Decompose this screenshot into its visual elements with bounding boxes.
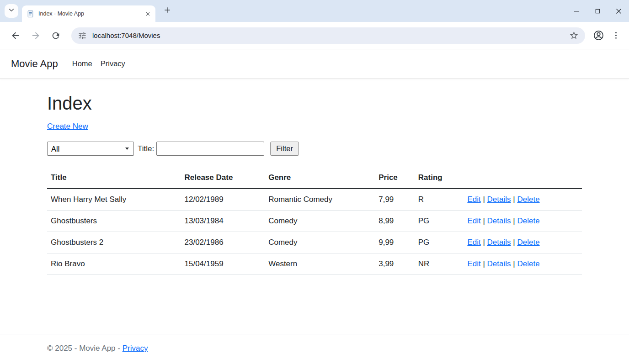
maximize-button[interactable] <box>587 0 608 22</box>
details-link[interactable]: Details <box>487 195 511 204</box>
browser-window: Index - Movie App <box>0 0 629 49</box>
page-favicon-icon <box>27 10 34 18</box>
cell-genre: Western <box>265 253 375 275</box>
header-genre: Genre <box>265 169 375 189</box>
delete-link[interactable]: Delete <box>517 259 539 268</box>
action-separator: | <box>513 216 515 225</box>
cell-rating: R <box>415 189 464 211</box>
cell-title: Ghostbusters 2 <box>47 232 181 253</box>
address-bar[interactable]: localhost:7048/Movies <box>71 27 585 44</box>
genre-select-wrap: All <box>47 142 134 156</box>
header-release-date: Release Date <box>181 169 265 189</box>
cell-genre: Romantic Comedy <box>265 189 375 211</box>
cell-release-date: 23/02/1986 <box>181 232 265 253</box>
header-actions <box>464 169 582 189</box>
cell-price: 7,99 <box>375 189 415 211</box>
table-row: Rio Bravo 15/04/1959 Western 3,99 NR Edi… <box>47 253 582 275</box>
details-link[interactable]: Details <box>487 216 511 225</box>
cell-title: When Harry Met Sally <box>47 189 181 211</box>
cell-title: Ghostbusters <box>47 211 181 232</box>
bookmark-star-icon[interactable] <box>569 31 579 40</box>
row-actions: Edit | Details | Delete <box>464 253 582 275</box>
tab-search-button[interactable] <box>5 4 18 18</box>
movies-table: Title Release Date Genre Price Rating Wh… <box>47 169 582 275</box>
cell-rating: NR <box>415 253 464 275</box>
cell-title: Rio Bravo <box>47 253 181 275</box>
plus-icon <box>163 6 171 16</box>
action-separator: | <box>483 259 485 268</box>
tab-close-icon[interactable] <box>144 10 152 18</box>
edit-link[interactable]: Edit <box>467 195 480 204</box>
cell-rating: PG <box>415 232 464 253</box>
filter-form: All Title: Filter <box>47 142 582 156</box>
chevron-down-icon <box>7 6 16 16</box>
cell-release-date: 15/04/1959 <box>181 253 265 275</box>
action-separator: | <box>483 238 485 247</box>
web-page: Movie App Home Privacy Index Create New … <box>0 49 629 364</box>
toolbar-right-controls <box>590 27 624 44</box>
table-header-row: Title Release Date Genre Price Rating <box>47 169 582 189</box>
forward-button[interactable] <box>27 26 45 45</box>
action-separator: | <box>513 195 515 204</box>
close-window-button[interactable] <box>608 0 629 22</box>
header-price: Price <box>375 169 415 189</box>
page-main: Index Create New All Title: Filter <box>0 79 629 334</box>
table-row: Ghostbusters 13/03/1984 Comedy 8,99 PG E… <box>47 211 582 232</box>
site-navbar: Movie App Home Privacy <box>0 49 629 79</box>
tab-title: Index - Movie App <box>38 11 144 17</box>
details-link[interactable]: Details <box>487 259 511 268</box>
title-filter-input[interactable] <box>156 142 264 156</box>
cell-release-date: 13/03/1984 <box>181 211 265 232</box>
cell-price: 8,99 <box>375 211 415 232</box>
table-row: When Harry Met Sally 12/02/1989 Romantic… <box>47 189 582 211</box>
footer-privacy-link[interactable]: Privacy <box>123 344 148 353</box>
row-actions: Edit | Details | Delete <box>464 189 582 211</box>
action-separator: | <box>513 238 515 247</box>
navbar-brand[interactable]: Movie App <box>11 58 58 70</box>
reload-button[interactable] <box>47 26 65 45</box>
cell-genre: Comedy <box>265 211 375 232</box>
action-separator: | <box>483 195 485 204</box>
minimize-button[interactable] <box>566 0 587 22</box>
browser-menu-icon[interactable] <box>607 27 624 44</box>
cell-rating: PG <box>415 211 464 232</box>
row-actions: Edit | Details | Delete <box>464 211 582 232</box>
profile-avatar-button[interactable] <box>590 27 607 44</box>
copyright-text: © 2025 - Movie App - <box>47 344 120 353</box>
window-controls <box>566 0 629 22</box>
cell-genre: Comedy <box>265 232 375 253</box>
site-info-icon[interactable] <box>78 31 87 40</box>
cell-release-date: 12/02/1989 <box>181 189 265 211</box>
create-new-link[interactable]: Create New <box>47 122 88 131</box>
action-separator: | <box>513 259 515 268</box>
filter-button[interactable]: Filter <box>270 142 299 156</box>
edit-link[interactable]: Edit <box>467 259 480 268</box>
table-row: Ghostbusters 2 23/02/1986 Comedy 9,99 PG… <box>47 232 582 253</box>
site-footer: © 2025 - Movie App - Privacy <box>0 334 629 364</box>
header-rating: Rating <box>415 169 464 189</box>
cell-price: 9,99 <box>375 232 415 253</box>
delete-link[interactable]: Delete <box>517 195 539 204</box>
back-button[interactable] <box>6 26 25 45</box>
details-link[interactable]: Details <box>487 238 511 247</box>
cell-price: 3,99 <box>375 253 415 275</box>
nav-link-home[interactable]: Home <box>68 56 96 72</box>
genre-select[interactable]: All <box>47 142 134 156</box>
page-title: Index <box>47 92 582 114</box>
tab-strip: Index - Movie App <box>0 0 629 22</box>
url-text: localhost:7048/Movies <box>92 32 569 39</box>
delete-link[interactable]: Delete <box>517 238 539 247</box>
title-filter-label: Title: <box>138 144 154 153</box>
header-title: Title <box>47 169 181 189</box>
browser-toolbar: localhost:7048/Movies <box>0 22 629 49</box>
row-actions: Edit | Details | Delete <box>464 232 582 253</box>
delete-link[interactable]: Delete <box>517 216 539 225</box>
edit-link[interactable]: Edit <box>467 216 480 225</box>
new-tab-button[interactable] <box>161 5 174 17</box>
edit-link[interactable]: Edit <box>467 238 480 247</box>
action-separator: | <box>483 216 485 225</box>
nav-link-privacy[interactable]: Privacy <box>96 56 129 72</box>
browser-tab[interactable]: Index - Movie App <box>22 5 155 22</box>
